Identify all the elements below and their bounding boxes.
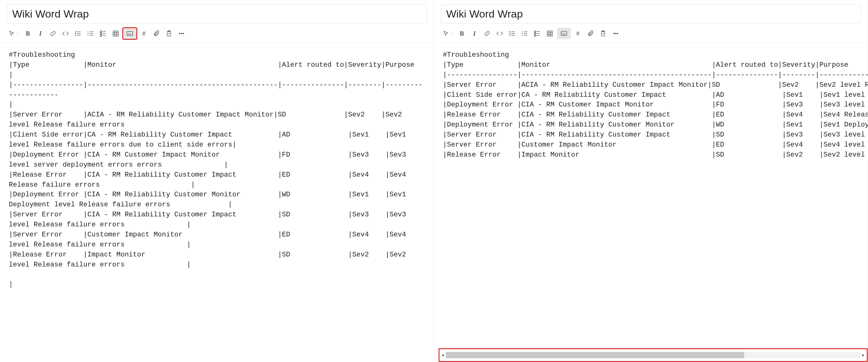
editor-content-right[interactable]: #Troubleshooting |Type |Monitor |Alert r…	[434, 43, 868, 362]
table-button[interactable]	[110, 28, 121, 39]
left-pane: Wiki Word Wrap B I 123 Abc #	[0, 0, 434, 362]
attachment-button[interactable]	[585, 28, 596, 39]
svg-rect-8	[100, 35, 102, 37]
bullet-list-button[interactable]	[507, 28, 518, 39]
page-title: Wiki Word Wrap	[446, 8, 856, 20]
svg-text:3: 3	[521, 34, 523, 36]
mention-button[interactable]: #	[138, 28, 149, 39]
numbered-list-button[interactable]: 123	[520, 28, 530, 39]
right-pane: Wiki Word Wrap B I 123 Abc #	[434, 0, 868, 362]
format-painter-button[interactable]	[7, 28, 21, 39]
format-painter-button[interactable]	[441, 28, 455, 39]
bold-button[interactable]: B	[23, 28, 33, 39]
svg-point-0	[75, 31, 76, 32]
numbered-list-button[interactable]: 123	[85, 28, 96, 39]
svg-point-1	[75, 33, 76, 34]
svg-text:Abc: Abc	[128, 33, 132, 35]
svg-point-18	[509, 33, 510, 34]
italic-button[interactable]: I	[35, 28, 46, 39]
svg-point-19	[509, 35, 510, 35]
svg-point-15	[181, 33, 182, 34]
text-cursor	[9, 281, 13, 288]
svg-point-31	[614, 33, 614, 34]
svg-point-2	[75, 35, 76, 35]
scroll-left-arrow-icon[interactable]: ◄	[440, 352, 446, 358]
svg-rect-24	[534, 33, 536, 34]
bold-button[interactable]: B	[457, 28, 467, 39]
editor-text: #Troubleshooting |Type |Monitor |Alert r…	[9, 51, 423, 269]
link-button[interactable]	[482, 28, 493, 39]
title-input[interactable]: Wiki Word Wrap	[441, 4, 861, 24]
scroll-right-arrow-icon[interactable]: ►	[861, 352, 866, 358]
bullet-list-button[interactable]	[73, 28, 83, 39]
checklist-button[interactable]	[532, 28, 542, 39]
scrollbar-track[interactable]	[446, 352, 861, 358]
attachment-button[interactable]	[151, 28, 162, 39]
svg-point-32	[615, 33, 616, 34]
svg-text:3: 3	[88, 34, 89, 36]
scrollbar-thumb[interactable]	[446, 352, 744, 358]
svg-rect-6	[100, 31, 102, 33]
more-options-button[interactable]	[176, 28, 187, 39]
svg-rect-26	[547, 31, 552, 36]
word-wrap-button[interactable]: Abc	[557, 28, 571, 39]
code-button[interactable]	[60, 28, 71, 39]
svg-rect-9	[113, 31, 119, 36]
svg-point-16	[183, 33, 184, 34]
editor-toolbar: B I 123 Abc #	[0, 24, 434, 43]
link-button[interactable]	[48, 28, 58, 39]
code-button[interactable]	[494, 28, 505, 39]
editor-content-left[interactable]: #Troubleshooting |Type |Monitor |Alert r…	[0, 43, 434, 362]
more-options-button[interactable]	[610, 28, 621, 39]
clipboard-button[interactable]	[164, 28, 174, 39]
clipboard-button[interactable]	[598, 28, 609, 39]
italic-button[interactable]: I	[469, 28, 480, 39]
svg-rect-23	[534, 31, 536, 33]
svg-text:Abc: Abc	[562, 33, 566, 35]
title-input[interactable]: Wiki Word Wrap	[7, 4, 427, 24]
horizontal-scrollbar-highlight: ◄ ►	[438, 348, 868, 362]
page-title: Wiki Word Wrap	[12, 8, 422, 20]
svg-point-33	[617, 33, 618, 34]
mention-button[interactable]: #	[573, 28, 583, 39]
svg-rect-25	[534, 35, 536, 37]
svg-rect-7	[100, 33, 102, 34]
editor-toolbar: B I 123 Abc #	[434, 24, 868, 43]
svg-point-17	[509, 31, 510, 32]
table-button[interactable]	[545, 28, 555, 39]
checklist-button[interactable]	[98, 28, 108, 39]
svg-point-14	[179, 33, 180, 34]
word-wrap-button[interactable]: Abc	[123, 28, 137, 39]
